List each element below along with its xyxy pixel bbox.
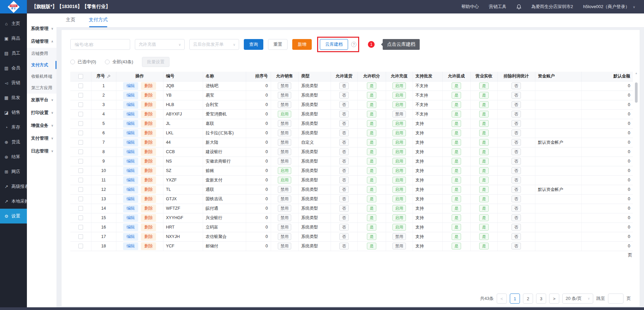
delete-button[interactable]: 删除 xyxy=(141,129,156,137)
app-logo[interactable]: AIBAO 爱 宝 xyxy=(0,0,27,13)
edit-button[interactable]: 编辑 xyxy=(123,186,138,194)
selected-radio[interactable]: 已选中(0) xyxy=(70,59,96,65)
prev-page-button[interactable]: < xyxy=(497,294,507,304)
row-checkbox[interactable] xyxy=(78,83,83,88)
row-checkbox[interactable] xyxy=(78,168,83,173)
edit-button[interactable]: 编辑 xyxy=(123,167,138,175)
page-size-select[interactable]: 20 条/页∨ xyxy=(562,294,593,304)
edit-button[interactable]: 编辑 xyxy=(123,148,138,156)
row-checkbox[interactable] xyxy=(78,206,83,211)
edit-button[interactable]: 编辑 xyxy=(123,101,138,109)
delete-button[interactable]: 删除 xyxy=(141,120,156,128)
scrollbar-thumb[interactable] xyxy=(635,82,638,103)
select-all-checkbox[interactable] xyxy=(78,74,83,79)
edit-button[interactable]: 编辑 xyxy=(123,205,138,212)
delete-button[interactable]: 删除 xyxy=(141,158,156,165)
reset-button[interactable]: 重置 xyxy=(268,39,288,50)
marketing-tools-link[interactable]: 营销工具 xyxy=(489,4,506,10)
edit-button[interactable]: 编辑 xyxy=(123,223,138,231)
submenu-group-发票平台[interactable]: 发票平台∨ xyxy=(27,94,56,106)
sidebar-item-home[interactable]: ⌂主页 xyxy=(0,16,27,31)
row-checkbox[interactable] xyxy=(78,197,83,201)
query-button[interactable]: 查询 xyxy=(244,39,263,50)
row-checkbox[interactable] xyxy=(78,131,83,135)
edit-button[interactable]: 编辑 xyxy=(123,120,138,128)
delete-button[interactable]: 删除 xyxy=(141,148,156,156)
submenu-group-增值业务[interactable]: 增值业务∨ xyxy=(27,119,56,132)
submenu-item-收银机终端[interactable]: 收银机终端 xyxy=(27,71,56,82)
user-menu[interactable]: h5love002（商户登录） ∨ xyxy=(583,4,635,10)
submenu-item-支付方式[interactable]: 支付方式 xyxy=(27,59,56,71)
sidebar-item-settings[interactable]: ⚙设置 xyxy=(0,209,27,223)
row-checkbox[interactable] xyxy=(78,149,83,154)
delete-button[interactable]: 删除 xyxy=(141,176,156,184)
row-checkbox[interactable] xyxy=(78,234,83,239)
help-icon[interactable]: ? xyxy=(351,42,356,47)
all-radio[interactable]: 全部(43条) xyxy=(105,59,133,65)
batch-settings-button[interactable]: 批量设置 xyxy=(142,57,169,67)
row-checkbox[interactable] xyxy=(78,159,83,164)
edit-button[interactable]: 编辑 xyxy=(123,110,138,118)
row-checkbox[interactable] xyxy=(78,102,83,107)
submenu-item-第三方应用[interactable]: 第三方应用 xyxy=(27,82,56,94)
edit-button[interactable]: 编辑 xyxy=(123,158,138,165)
sidebar-item-shop[interactable]: ⊞网店 xyxy=(0,164,27,179)
sidebar-item-purchase[interactable]: ↗本地采购 xyxy=(0,194,27,209)
search-input[interactable] xyxy=(70,39,130,50)
submenu-group-打印设置[interactable]: 打印设置∨ xyxy=(27,106,56,119)
scroll-up-icon[interactable]: ▲ xyxy=(634,72,638,75)
sidebar-item-reports[interactable]: ↗高级报表 xyxy=(0,179,27,194)
bell-icon[interactable] xyxy=(517,4,521,9)
row-checkbox[interactable] xyxy=(78,215,83,220)
edit-button[interactable]: 编辑 xyxy=(123,92,138,99)
delete-button[interactable]: 删除 xyxy=(141,214,156,222)
sidebar-item-member[interactable]: ▥会员 xyxy=(0,61,27,75)
submenu-group-系统管理[interactable]: 系统管理∨ xyxy=(27,22,56,35)
row-checkbox[interactable] xyxy=(78,244,83,248)
delete-button[interactable]: 删除 xyxy=(141,139,156,146)
edit-button[interactable]: 编辑 xyxy=(123,195,138,203)
store-name[interactable]: 為爱而生分店深圳市2 xyxy=(531,4,573,10)
delete-button[interactable]: 删除 xyxy=(141,223,156,231)
delete-button[interactable]: 删除 xyxy=(141,92,156,99)
cloud-wholesale-select[interactable]: 云后台批发开单 ∨ xyxy=(189,39,239,50)
tab-主页[interactable]: 主页 xyxy=(66,17,75,27)
wrench-icon[interactable] xyxy=(107,74,111,78)
delete-button[interactable]: 删除 xyxy=(141,242,156,250)
delete-button[interactable]: 删除 xyxy=(141,101,156,109)
row-checkbox[interactable] xyxy=(78,121,83,126)
jump-page-input[interactable] xyxy=(608,294,623,304)
sidebar-item-inventory[interactable]: ◔库存 xyxy=(0,120,27,135)
edit-button[interactable]: 编辑 xyxy=(123,242,138,250)
submenu-item-店铺费用[interactable]: 店铺费用 xyxy=(27,48,56,59)
sidebar-item-sales[interactable]: ◪销售 xyxy=(0,105,27,120)
sidebar-item-wholesale[interactable]: ▦批发 xyxy=(0,90,27,105)
sidebar-item-settlement[interactable]: ⊛结算 xyxy=(0,149,27,164)
delete-button[interactable]: 删除 xyxy=(141,186,156,194)
add-button[interactable]: 新增 xyxy=(292,39,312,50)
edit-button[interactable]: 编辑 xyxy=(123,214,138,222)
next-page-button[interactable]: > xyxy=(549,294,559,304)
row-checkbox[interactable] xyxy=(78,187,83,192)
delete-button[interactable]: 删除 xyxy=(141,195,156,203)
row-checkbox[interactable] xyxy=(78,112,83,116)
edit-button[interactable]: 编辑 xyxy=(123,139,138,146)
delete-button[interactable]: 删除 xyxy=(141,110,156,118)
submenu-group-店铺管理[interactable]: 店铺管理∧ xyxy=(27,35,56,48)
delete-button[interactable]: 删除 xyxy=(141,167,156,175)
edit-button[interactable]: 编辑 xyxy=(123,129,138,137)
recharge-filter-select[interactable]: 允许充值 ∨ xyxy=(135,39,185,50)
submenu-group-支付管理[interactable]: 支付管理∨ xyxy=(27,132,56,145)
page-button-3[interactable]: 3 xyxy=(536,294,546,304)
delete-button[interactable]: 删除 xyxy=(141,205,156,212)
sidebar-item-staff[interactable]: ▤员工 xyxy=(0,46,27,61)
help-center-link[interactable]: 帮助中心 xyxy=(461,4,479,10)
row-checkbox[interactable] xyxy=(78,140,83,145)
row-checkbox[interactable] xyxy=(78,225,83,230)
sidebar-item-marketing[interactable]: ◅营销 xyxy=(0,75,27,90)
cloud-archive-button[interactable]: 云库建档 xyxy=(320,39,348,50)
row-checkbox[interactable] xyxy=(78,178,83,182)
sidebar-item-goods[interactable]: ▣商品 xyxy=(0,31,27,46)
edit-button[interactable]: 编辑 xyxy=(123,176,138,184)
edit-button[interactable]: 编辑 xyxy=(123,82,138,90)
